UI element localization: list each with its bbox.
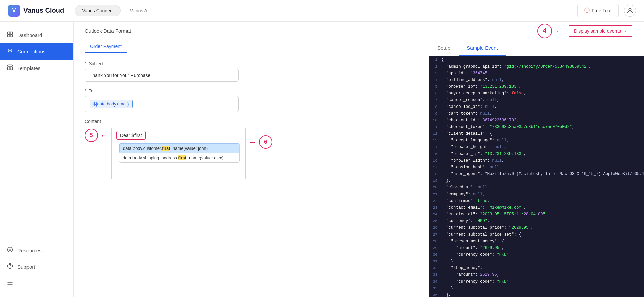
nav-buttons: Vanus Connect Vanus AI	[75, 5, 155, 16]
to-field: * To ${data.body.email}	[85, 88, 418, 112]
json-line: 3 "app_id": 1354745,	[429, 70, 644, 77]
json-line: 30 "currency_code": "HKD"	[429, 251, 644, 258]
json-line: 10 "checkout_id": 36749225361702,	[429, 117, 644, 124]
json-line: 25 "currency": "HKD",	[429, 218, 644, 224]
app-title: Vanus Cloud	[23, 7, 64, 14]
json-line: 23 "contact_email": "mike@mike.com",	[429, 204, 644, 211]
json-line: 2 "admin_graphql_api_id": "gid://shopify…	[429, 63, 644, 70]
sidebar-item-label: Templates	[17, 65, 40, 71]
sidebar-item-support[interactable]: Support	[0, 259, 73, 275]
sidebar: Dashboard Connections Templates	[0, 22, 74, 297]
json-line: 13 "accept_language": null,	[429, 137, 644, 144]
json-line: 27 "current_subtotal_price_set": {	[429, 231, 644, 238]
subject-input[interactable]	[85, 69, 239, 82]
tab-bar: Order Payment	[74, 40, 429, 53]
json-line: 21 "company": null,	[429, 191, 644, 198]
json-line: 4 "billing_address": null,	[429, 77, 644, 83]
json-line: 33 "amount": 2629.95,	[429, 271, 644, 278]
sidebar-item-templates[interactable]: Templates	[0, 60, 73, 76]
json-line: 8 "cancelled_at": null,	[429, 103, 644, 110]
to-tag[interactable]: ${data.body.email}	[90, 100, 133, 108]
free-trial-button[interactable]: ⓘ Free Trial	[577, 4, 619, 17]
json-line: 18 "user_agent": "Mozilla/5.0 (Macintosh…	[429, 171, 644, 177]
required-marker: *	[85, 61, 86, 66]
sidebar-item-connections[interactable]: Connections	[0, 43, 73, 60]
vanus-connect-btn[interactable]: Vanus Connect	[75, 5, 121, 16]
resources-icon	[7, 246, 13, 255]
json-line: 6 "buyer_accepts_marketing": false,	[429, 90, 644, 97]
autocomplete-item-1[interactable]: data.body.customer.first_name(value: joh…	[119, 143, 239, 153]
right-panel-tabs: Setup Sample Event	[429, 40, 644, 56]
tab-sample-event[interactable]: Sample Event	[459, 40, 506, 56]
json-line: 34 "currency_code": "HKD"	[429, 278, 644, 285]
step4-annotation: 4 ← Display sample events →	[537, 24, 633, 38]
dear-line: Dear $first	[116, 131, 240, 140]
menu-icon	[7, 279, 13, 288]
json-line: 20 "closed_at": null,	[429, 184, 644, 191]
svg-rect-2	[10, 32, 13, 34]
content-box: Dear $first data.body.customer.first_nam…	[111, 127, 246, 180]
json-line: 36 },	[429, 292, 644, 297]
warning-icon: ⓘ	[584, 7, 590, 14]
vanus-ai-btn[interactable]: Vanus AI	[123, 5, 155, 16]
step4-badge: 4	[537, 24, 552, 38]
display-sample-events-button[interactable]: Display sample events →	[568, 25, 633, 37]
svg-rect-7	[10, 67, 13, 70]
autocomplete-dropdown: data.body.customer.first_name(value: joh…	[119, 143, 240, 163]
dashboard-icon	[7, 31, 13, 39]
left-panel: Order Payment * Subject *	[74, 40, 429, 297]
data-format-label: Outlook Data Format	[85, 28, 131, 34]
json-line: 22 "confirmed": true,	[429, 198, 644, 204]
arrow5-left-icon: ←	[100, 130, 109, 141]
subject-label: * Subject	[85, 61, 418, 66]
panel-header: Outlook Data Format	[85, 28, 131, 34]
json-line: 24 "created_at": "2023-05-15T05:11:28-04…	[429, 211, 644, 218]
content-field: Content 5 ← Dear $first	[85, 119, 418, 180]
json-line: 16 "browser_width": null,	[429, 157, 644, 164]
json-line: 31 },	[429, 258, 644, 265]
form-section: * Subject * To ${data.body.email}	[74, 53, 429, 195]
autocomplete-item-2[interactable]: data.body.shipping_address.first_name(va…	[119, 153, 239, 162]
sidebar-item-dashboard[interactable]: Dashboard	[0, 27, 73, 43]
json-line: 11 "checkout_token": "733c98c3aa03a7c8b1…	[429, 124, 644, 130]
json-line: 15 "browser_ip": "13.231.239.133",	[429, 151, 644, 157]
json-line: 1{	[429, 56, 644, 63]
json-line: 28 "presentment_money": {	[429, 238, 644, 245]
instruction-bar: Outlook Data Format 4 ← Display sample e…	[74, 22, 644, 40]
svg-rect-3	[8, 35, 10, 37]
svg-rect-6	[8, 67, 10, 70]
two-panels: Order Payment * Subject *	[74, 40, 644, 297]
step5-badge: 5	[85, 129, 98, 142]
json-line: 14 "browser_height": null,	[429, 144, 644, 151]
sidebar-item-menu[interactable]	[0, 275, 73, 292]
nav-right: ⓘ Free Trial	[577, 4, 636, 17]
top-nav: V Vanus Cloud Vanus Connect Vanus AI ⓘ F…	[0, 0, 644, 22]
sidebar-item-resources[interactable]: Resources	[0, 242, 73, 259]
dear-text[interactable]: Dear $first	[116, 131, 146, 140]
tab-setup[interactable]: Setup	[429, 40, 459, 56]
json-line: 9 "cart_token": null,	[429, 110, 644, 117]
json-line: 5 "browser_ip": "13.231.239.133",	[429, 83, 644, 90]
content-label: Content	[85, 119, 418, 124]
tab-order-payment[interactable]: Order Payment	[85, 40, 127, 53]
user-avatar[interactable]	[624, 5, 636, 17]
json-line: 29 "amount": "2629.95",	[429, 245, 644, 251]
sidebar-item-label: Connections	[17, 49, 45, 54]
arrow6-right-icon: →	[248, 137, 257, 147]
json-line: 35 }	[429, 285, 644, 292]
content-area: Outlook Data Format 4 ← Display sample e…	[74, 22, 644, 297]
support-icon	[7, 263, 13, 271]
sidebar-item-label: Support	[17, 264, 35, 270]
json-line: 7 "cancel_reason": null,	[429, 97, 644, 103]
arrow-left-icon: ←	[555, 26, 564, 36]
svg-point-0	[629, 8, 631, 10]
json-line: 32 "shop_money": {	[429, 265, 644, 271]
free-trial-label: Free Trial	[592, 8, 611, 13]
svg-rect-1	[8, 32, 10, 34]
right-panel: Setup Sample Event 1{2 "admin_graphql_ap…	[429, 40, 644, 297]
connections-icon	[7, 47, 13, 56]
display-sample-label: Display sample events →	[574, 28, 627, 34]
svg-point-9	[9, 249, 11, 251]
json-line: 12 "client_details": {	[429, 130, 644, 137]
step6-badge: 6	[259, 135, 272, 149]
